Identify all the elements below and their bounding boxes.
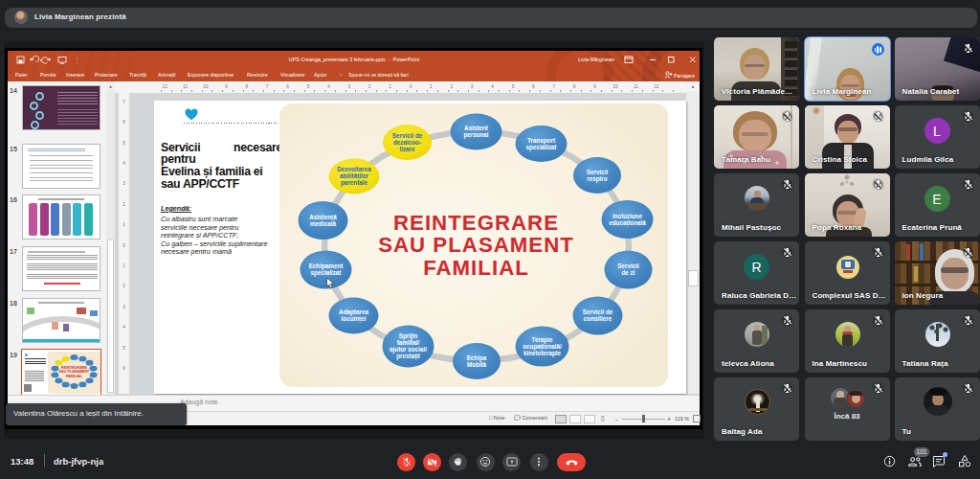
svg-text:Asistentpersonal: Asistentpersonal [463,125,488,139]
svg-text:Transportspecializat: Transportspecializat [525,137,557,151]
svg-text:⋮: ⋮ [74,57,80,63]
svg-text:REINTEGRARE: REINTEGRARE [392,211,558,235]
svg-text:Incluziuneeducațională: Incluziuneeducațională [609,213,646,227]
svg-text:FAMILIAL: FAMILIAL [66,375,83,378]
svg-text:REINTEGRARE: REINTEGRARE [61,366,87,370]
svg-text:EchipaMobilă: EchipaMobilă [466,354,486,368]
svg-text:Adaptarealocuinței: Adaptarealocuinței [339,308,368,323]
svg-text:Echipamentspecializat: Echipamentspecializat [308,262,344,277]
svg-text:Servicii deconsiliere: Servicii deconsiliere [582,308,612,322]
svg-text:FAMILIAL: FAMILIAL [423,256,529,280]
svg-text:SAU PLASAMENT: SAU PLASAMENT [59,370,91,374]
svg-text:Serviciirespiro: Serviciirespiro [586,169,608,183]
svg-text:Dezvoltareaabilitățilorparenta: Dezvoltareaabilitățilorparentale [337,166,371,187]
svg-text:▾: ▾ [40,57,43,63]
svg-text:Asistențămedicală: Asistențămedicală [309,214,337,227]
svg-text:SAU PLASAMENT: SAU PLASAMENT [378,233,574,257]
